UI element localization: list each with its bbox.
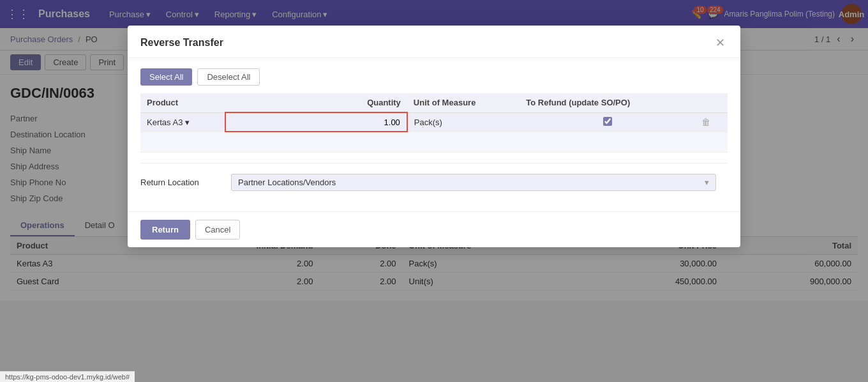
select-actions-row: Select All Deselect All: [140, 68, 728, 86]
modal-overlay: Reverse Transfer ✕ Select All Deselect A…: [0, 0, 868, 301]
deselect-all-button[interactable]: Deselect All: [197, 68, 260, 86]
modal-col-actions: [695, 93, 728, 112]
select-all-button[interactable]: Select All: [140, 68, 192, 86]
modal-col-uom: Unit of Measure: [407, 93, 520, 112]
modal-body: Select All Deselect All Product Quantity…: [128, 58, 740, 211]
modal-title: Reverse Transfer: [140, 37, 223, 49]
quantity-input[interactable]: [232, 118, 400, 127]
modal-col-product: Product: [140, 93, 225, 112]
modal-row-to-refund[interactable]: [520, 112, 695, 132]
modal-header: Reverse Transfer ✕: [128, 26, 740, 58]
return-location-label: Return Location: [140, 178, 223, 187]
modal-row-uom: Pack(s): [407, 112, 520, 132]
modal-col-to-refund: To Refund (update SO/PO): [520, 93, 695, 112]
cancel-button[interactable]: Cancel: [195, 220, 240, 240]
return-location-value: Partner Locations/Vendors: [238, 178, 336, 187]
delete-icon[interactable]: 🗑: [701, 117, 710, 127]
return-location-row: Return Location Partner Locations/Vendor…: [140, 174, 728, 191]
modal-row-product: Kertas A3 ▾: [140, 112, 225, 132]
modal-row-delete[interactable]: 🗑: [695, 112, 728, 132]
to-refund-checkbox[interactable]: [603, 117, 612, 126]
reverse-transfer-modal: Reverse Transfer ✕ Select All Deselect A…: [128, 26, 740, 247]
return-submit-button[interactable]: Return: [140, 220, 190, 240]
modal-footer: Return Cancel: [128, 211, 740, 247]
modal-row-quantity[interactable]: [225, 112, 407, 132]
product-dropdown[interactable]: Kertas A3 ▾: [147, 118, 218, 127]
modal-divider: [140, 163, 728, 164]
modal-table-row: Kertas A3 ▾ Pack(s) 🗑: [140, 112, 728, 132]
modal-empty-row: [140, 132, 728, 152]
modal-products-table: Product Quantity Unit of Measure To Refu…: [140, 93, 728, 153]
modal-close-button[interactable]: ✕: [713, 36, 728, 50]
return-location-dropdown[interactable]: Partner Locations/Vendors ▾: [231, 174, 716, 191]
modal-col-quantity: Quantity: [225, 93, 407, 112]
dropdown-arrow-icon: ▾: [705, 178, 709, 187]
